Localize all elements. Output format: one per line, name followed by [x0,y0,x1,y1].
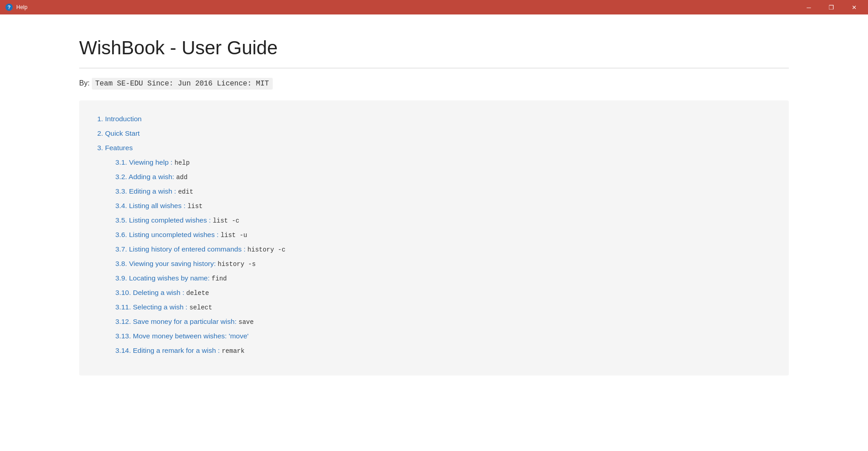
toc-item-2[interactable]: 2. Quick Start [97,129,771,138]
toc-item-3.9[interactable]: 3.9. Locating wishes by name: find [115,274,771,282]
restore-button[interactable]: ❐ [821,0,842,14]
toc-code-3.7: history -c [247,246,285,253]
toc-item-3.14[interactable]: 3.14. Editing a remark for a wish : rema… [115,347,771,355]
toc-item-3.4[interactable]: 3.4. Listing all wishes : list [115,202,771,210]
toc-item-3.12[interactable]: 3.12. Save money for a particular wish: … [115,318,771,326]
toc-item-3.7[interactable]: 3.7. Listing history of entered commands… [115,245,771,253]
title-divider [79,68,789,68]
toc-item-3.6[interactable]: 3.6. Listing uncompleted wishes : list -… [115,231,771,239]
toc-item-3.5[interactable]: 3.5. Listing completed wishes : list -c [115,216,771,224]
toc-code-3.8: history -s [218,261,256,268]
toc-code-3.11: select [190,304,212,311]
titlebar: ? Help ─ ❐ ✕ [0,0,868,14]
titlebar-controls: ─ ❐ ✕ [798,0,864,14]
page-title: WishBook - User Guide [79,37,789,59]
toc-item-3.8[interactable]: 3.8. Viewing your saving history: histor… [115,260,771,268]
main-content: WishBook - User Guide By: Team SE-EDU Si… [0,14,868,398]
byline-mono: Team SE-EDU Since: Jun 2016 Licence: MIT [92,78,273,90]
toc-code-3.1: help [175,159,190,166]
toc-container: 1. Introduction2. Quick Start3. Features… [79,100,789,375]
toc-item-3[interactable]: 3. Features [97,144,771,152]
toc-code-3.5: list -c [213,217,239,224]
toc-item-3.3[interactable]: 3.3. Editing a wish : edit [115,187,771,195]
byline-prefix: By: [79,79,90,87]
toc-code-3.12: save [238,318,254,326]
close-button[interactable]: ✕ [844,0,864,14]
toc-item-3.1[interactable]: 3.1. Viewing help : help [115,158,771,166]
toc-code-3.3: edit [178,188,194,195]
byline: By: Team SE-EDU Since: Jun 2016 Licence:… [79,79,789,88]
minimize-button[interactable]: ─ [798,0,819,14]
toc-code-3.2: add [176,174,187,181]
toc-code-3.9: find [212,275,227,282]
toc-item-3.11[interactable]: 3.11. Selecting a wish : select [115,303,771,311]
titlebar-title: Help [16,4,28,10]
toc-code-3.14: remark [222,347,244,355]
toc-code-3.6: list -u [221,232,247,239]
help-icon: ? [5,4,13,11]
toc-item-3.10[interactable]: 3.10. Deleting a wish : delete [115,289,771,297]
toc-code-3.4: list [187,203,203,210]
toc-item-1[interactable]: 1. Introduction [97,115,771,123]
titlebar-left: ? Help [5,4,28,11]
toc-item-3.2[interactable]: 3.2. Adding a wish: add [115,173,771,181]
toc-item-3.13[interactable]: 3.13. Move money between wishes: 'move' [115,332,771,340]
toc-code-3.10: delete [186,290,209,297]
